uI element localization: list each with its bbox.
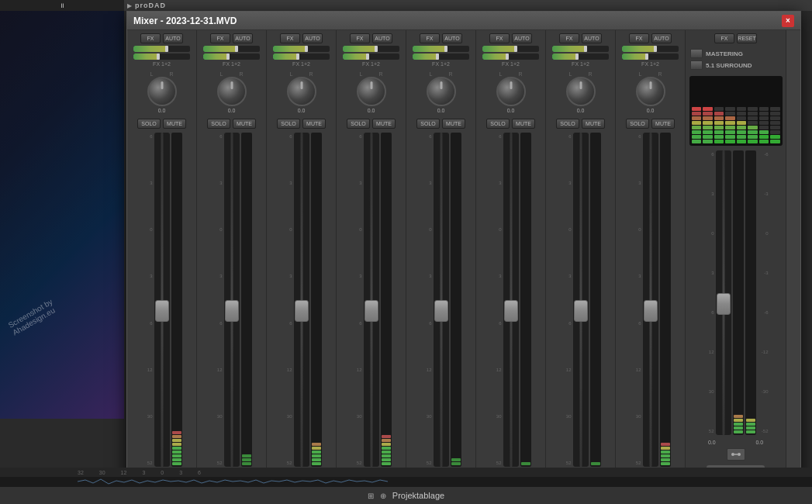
fader-track-8[interactable] <box>643 133 658 467</box>
level-bar-5[interactable] <box>413 46 469 52</box>
fx-btn-7[interactable]: FX <box>559 33 579 43</box>
solo-btn-4[interactable]: SOLO <box>347 119 370 129</box>
fx-label-6: FX 1+2 <box>502 61 520 67</box>
fader-track-1[interactable] <box>154 133 170 467</box>
fx-btn-6[interactable]: FX <box>489 33 510 43</box>
auto-btn-1[interactable]: AUTO <box>163 33 183 43</box>
fx-btn-5[interactable]: FX <box>420 33 440 43</box>
mute-btn-7[interactable]: MUTE <box>582 119 605 129</box>
master-reset-btn[interactable]: RESET <box>737 33 757 43</box>
mute-btn-8[interactable]: MUTE <box>651 119 675 129</box>
level-bar-8b[interactable] <box>622 54 679 60</box>
mastering-btn[interactable]: MASTERING <box>690 49 781 58</box>
pan-knob-3[interactable] <box>287 77 316 106</box>
play-icon: ▶ <box>127 2 132 9</box>
mute-btn-4[interactable]: MUTE <box>372 119 396 129</box>
fader-handle-1[interactable] <box>155 300 169 322</box>
auto-btn-5[interactable]: AUTO <box>442 33 462 43</box>
fx-auto-row-8: FX AUTO <box>617 33 683 43</box>
fader-handle-3[interactable] <box>295 300 309 322</box>
projekt-icon-1[interactable]: ⊞ <box>368 492 374 500</box>
fader-track-7[interactable] <box>573 133 589 467</box>
level-bar-1b[interactable] <box>133 54 190 60</box>
mute-btn-1[interactable]: MUTE <box>163 119 186 129</box>
fx-btn-8[interactable]: FX <box>629 33 649 43</box>
fader-area-7: 6 3 0 3 6 12 30 52 <box>548 131 613 468</box>
fader-track-3[interactable] <box>294 133 309 467</box>
fader-area-3: 6 3 0 3 6 12 30 52 <box>268 131 334 468</box>
pan-knob-2[interactable] <box>217 77 247 106</box>
level-bar-5b[interactable] <box>413 54 469 60</box>
auto-btn-8[interactable]: AUTO <box>651 33 672 43</box>
solo-btn-8[interactable]: SOLO <box>626 119 649 129</box>
solo-btn-7[interactable]: SOLO <box>556 119 579 129</box>
level-bar-7[interactable] <box>552 46 609 52</box>
projekt-icon-2[interactable]: ⊕ <box>380 492 386 500</box>
pan-knob-7[interactable] <box>566 77 596 106</box>
fader-track-2[interactable] <box>224 133 240 467</box>
pan-knob-4[interactable] <box>357 77 386 106</box>
surround-btn[interactable]: 5.1 SURROUND <box>690 60 781 70</box>
fader-handle-5[interactable] <box>434 300 448 322</box>
fader-handle-7[interactable] <box>574 300 588 322</box>
mute-btn-5[interactable]: MUTE <box>442 119 465 129</box>
solo-mute-row-4: SOLO MUTE <box>347 119 396 129</box>
master-fader-track[interactable] <box>716 150 731 435</box>
solo-btn-6[interactable]: SOLO <box>486 119 510 129</box>
knob-container-2: LR 0.0 <box>217 71 247 113</box>
fader-handle-4[interactable] <box>365 300 378 322</box>
level-bar-3[interactable] <box>273 46 330 52</box>
level-bar-8[interactable] <box>622 46 679 52</box>
level-bar-3b[interactable] <box>273 54 330 60</box>
mute-btn-2[interactable]: MUTE <box>233 119 256 129</box>
vu-meter-2 <box>241 133 252 467</box>
auto-btn-3[interactable]: AUTO <box>302 33 323 43</box>
fx-btn-4[interactable]: FX <box>350 33 370 43</box>
solo-btn-5[interactable]: SOLO <box>416 119 440 129</box>
fx-label-2: FX 1+2 <box>223 61 240 67</box>
fader-track-6[interactable] <box>503 133 519 467</box>
auto-btn-6[interactable]: AUTO <box>512 33 532 43</box>
fader-area-4: 6 3 0 3 6 12 30 52 <box>338 131 404 468</box>
mute-btn-3[interactable]: MUTE <box>302 119 326 129</box>
fader-area-1: 6 3 0 3 6 12 30 52 <box>129 131 195 468</box>
auto-btn-2[interactable]: AUTO <box>233 33 253 43</box>
channels-container: FX AUTO FX 1+2 LR 0.0 <box>127 30 786 487</box>
close-button[interactable]: × <box>782 15 794 27</box>
fader-handle-2[interactable] <box>225 300 239 322</box>
fx-btn-3[interactable]: FX <box>280 33 300 43</box>
fx-btn-1[interactable]: FX <box>140 33 161 43</box>
pan-knob-6[interactable] <box>496 77 526 106</box>
pan-knob-8[interactable] <box>636 77 665 106</box>
master-fader-handle[interactable] <box>717 293 731 315</box>
auto-btn-7[interactable]: AUTO <box>582 33 602 43</box>
mute-btn-6[interactable]: MUTE <box>512 119 535 129</box>
level-bar-1[interactable] <box>133 46 190 52</box>
link-icon[interactable] <box>727 448 745 461</box>
level-bar-4b[interactable] <box>343 54 399 60</box>
level-bar-6b[interactable] <box>482 54 539 60</box>
level-bar-4[interactable] <box>343 46 399 52</box>
auto-btn-4[interactable]: AUTO <box>372 33 392 43</box>
fader-track-4[interactable] <box>364 133 379 467</box>
solo-btn-2[interactable]: SOLO <box>207 119 230 129</box>
pan-knob-5[interactable] <box>427 77 456 106</box>
level-bar-2b[interactable] <box>203 54 260 60</box>
fx-btn-2[interactable]: FX <box>210 33 230 43</box>
level-bar-2[interactable] <box>203 46 260 52</box>
master-strip: FX RESET MASTERING 5.1 SURROUND <box>686 30 786 487</box>
master-fx-btn[interactable]: FX <box>714 33 734 43</box>
fader-track-5[interactable] <box>434 133 449 467</box>
pause-icon[interactable]: ⏸ <box>59 2 65 9</box>
level-bar-7b[interactable] <box>552 54 609 60</box>
master-scale-right: -6 -3 0 -3 -6 -12 -30 -52 <box>758 150 769 435</box>
knob-value-8: 0.0 <box>647 108 655 113</box>
level-bar-6[interactable] <box>482 46 539 52</box>
mixer-content: FX AUTO FX 1+2 LR 0.0 <box>127 30 800 487</box>
pan-knob-1[interactable] <box>147 77 177 106</box>
fader-handle-6[interactable] <box>504 300 518 322</box>
knob-value-5: 0.0 <box>437 108 445 113</box>
fader-handle-8[interactable] <box>644 300 658 322</box>
solo-btn-1[interactable]: SOLO <box>137 119 161 129</box>
solo-btn-3[interactable]: SOLO <box>277 119 300 129</box>
